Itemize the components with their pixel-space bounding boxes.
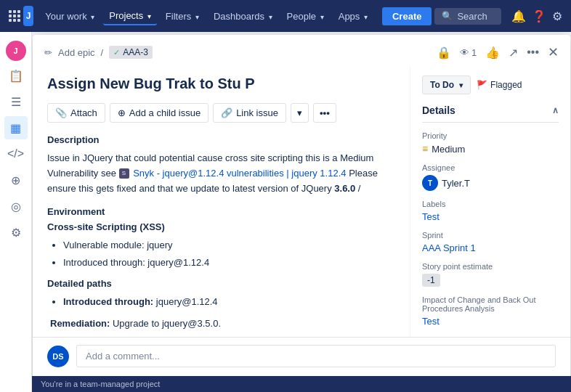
comment-section: DS Add a comment... Pro tip: press M to … — [33, 337, 570, 376]
sidebar-icon-target[interactable]: ◎ — [4, 195, 28, 218]
sidebar-icon-list[interactable]: ☰ — [4, 90, 28, 113]
nav-projects[interactable]: Projects ▾ — [103, 7, 157, 25]
grid-icon[interactable] — [9, 7, 20, 25]
sprint-value[interactable]: AAA Sprint 1 — [422, 242, 559, 253]
svg-rect-3 — [9, 15, 12, 17]
assignee-avatar: T — [422, 175, 438, 191]
status-row: To Do ▾ 🚩 Flagged — [422, 75, 559, 94]
child-icon: ⊕ — [118, 107, 126, 118]
close-button[interactable]: ✕ — [548, 44, 559, 60]
priority-icon: ≡ — [422, 143, 428, 155]
sidebar-icon-add[interactable]: ⊕ — [4, 168, 28, 192]
share-icon[interactable]: ↗ — [509, 46, 518, 60]
detailed-paths-label: Detailed paths — [47, 278, 395, 289]
commenter-avatar: DS — [47, 346, 69, 367]
dropdown-arrow-button[interactable]: ▾ — [291, 103, 309, 123]
status-caret: ▾ — [459, 81, 463, 89]
more-options-icon[interactable]: ••• — [527, 46, 539, 59]
svg-rect-0 — [9, 10, 12, 13]
chevron-down-icon: ▾ — [269, 13, 272, 21]
list-item: Vulnerable module: jquery — [63, 238, 395, 253]
thumbsup-icon[interactable]: 👍 — [485, 46, 500, 60]
modal-header-actions: 🔒 👁 1 👍 ↗ ••• ✕ — [437, 44, 559, 60]
action-bar: 📎 Attach ⊕ Add a child issue 🔗 Link issu… — [47, 103, 395, 123]
list-item: Introduced through: jquery@1.12.4 — [63, 256, 395, 270]
priority-value[interactable]: ≡ Medium — [422, 143, 559, 155]
search-icon: 🔍 — [442, 11, 453, 21]
nav-actions: 🔔 ❓ ⚙ — [511, 9, 562, 23]
labels-value[interactable]: Test — [422, 211, 559, 222]
svg-rect-7 — [13, 19, 16, 22]
eye-icon: 👁 — [460, 47, 469, 58]
sidebar-icon-code[interactable]: </> — [4, 142, 28, 166]
flagged-badge: 🚩 Flagged — [477, 80, 522, 90]
details-collapse-icon[interactable]: ∧ — [552, 105, 559, 115]
modal-body: Assign New Bug Trak to Stu P 📎 Attach ⊕ … — [33, 67, 570, 337]
impact-field: Impact of Change and Back Out Procedures… — [422, 295, 559, 327]
sidebar-icon-settings[interactable]: ⚙ — [4, 221, 28, 244]
settings-icon[interactable]: ⚙ — [552, 9, 562, 23]
nav-your-work[interactable]: Your work ▾ — [39, 8, 100, 25]
nav-dashboards[interactable]: Dashboards ▾ — [208, 8, 278, 25]
top-navigation: J Your work ▾ Projects ▾ Filters ▾ Dashb… — [0, 0, 571, 32]
breadcrumb-separator: / — [101, 47, 104, 58]
modal-right-panel: To Do ▾ 🚩 Flagged Details ∧ — [410, 67, 570, 337]
issue-modal: ✏ Add epic / ✓ AAA-3 🔒 👁 1 — [33, 35, 570, 376]
help-icon[interactable]: ❓ — [532, 9, 546, 23]
modal-left-panel: Assign New Bug Trak to Stu P 📎 Attach ⊕ … — [33, 67, 410, 337]
app-logo[interactable]: J — [23, 6, 33, 26]
notification-icon[interactable]: 🔔 — [511, 9, 526, 23]
environment-label: Environment — [47, 206, 395, 217]
svg-rect-4 — [13, 15, 16, 17]
chevron-down-icon: ▾ — [320, 13, 324, 21]
sprint-field: Sprint AAA Sprint 1 — [422, 231, 559, 253]
detailed-paths-list: Introduced through: jquery@1.12.4 — [47, 295, 395, 309]
remediation-item: Remediation: Upgrade to jquery@3.5.0. — [47, 317, 395, 331]
watch-button[interactable]: 👁 1 — [460, 47, 477, 58]
link-issue-button[interactable]: 🔗 Link issue — [213, 103, 286, 123]
sidebar-icon-grid[interactable]: ▦ — [4, 116, 28, 139]
pencil-icon[interactable]: ✏ — [44, 47, 52, 58]
search-input[interactable]: 🔍 Search — [434, 8, 501, 25]
issue-id-badge: ✓ AAA-3 — [109, 46, 153, 59]
chevron-down-icon: ▾ — [91, 13, 94, 21]
chevron-down-icon: ▾ — [195, 13, 199, 21]
description-text: Issue in JQuery that could potential cau… — [47, 151, 395, 196]
avatar[interactable]: J — [6, 41, 26, 61]
attach-button[interactable]: 📎 Attach — [47, 103, 105, 123]
details-header: Details ∧ — [422, 105, 559, 123]
issue-title: Assign New Bug Trak to Stu P — [47, 74, 395, 93]
lock-icon[interactable]: 🔒 — [437, 46, 451, 60]
chevron-down-icon: ▾ — [364, 13, 368, 21]
svg-rect-6 — [9, 19, 12, 22]
bottom-bar: You're in a team-managed project — [32, 376, 571, 392]
list-item: Introduced through: jquery@1.12.4 — [63, 295, 395, 309]
svg-rect-8 — [17, 19, 20, 22]
add-child-issue-button[interactable]: ⊕ Add a child issue — [110, 103, 208, 123]
content-area: ✏ Add epic / ✓ AAA-3 🔒 👁 1 — [32, 32, 571, 392]
description-link[interactable]: Snyk - jquery@1.12.4 vulnerabilities | j… — [133, 168, 346, 179]
environment-value: Cross-site Scripting (XSS) — [47, 221, 395, 232]
description-section-label: Description — [47, 134, 395, 145]
nav-apps[interactable]: Apps ▾ — [333, 8, 373, 25]
story-point-value[interactable]: -1 — [422, 274, 559, 287]
attach-icon: 📎 — [55, 107, 67, 118]
impact-value[interactable]: Test — [422, 316, 559, 327]
modal-overlay: ✏ Add epic / ✓ AAA-3 🔒 👁 1 — [32, 32, 571, 376]
main-layout: J 📋 ☰ ▦ </> ⊕ ◎ ⚙ ✏ Add epic / ✓ AAA-3 — [0, 32, 571, 392]
assignee-value[interactable]: T Tyler.T — [422, 175, 559, 191]
sidebar-icon-board[interactable]: 📋 — [4, 64, 28, 87]
svg-rect-2 — [17, 10, 20, 13]
status-button[interactable]: To Do ▾ — [422, 75, 471, 94]
labels-field: Labels Test — [422, 200, 559, 222]
modal-header: ✏ Add epic / ✓ AAA-3 🔒 👁 1 — [33, 35, 570, 67]
comment-input[interactable]: Add a comment... — [76, 345, 556, 367]
create-button[interactable]: Create — [382, 7, 432, 25]
more-actions-button[interactable]: ••• — [313, 103, 336, 123]
nav-people[interactable]: People ▾ — [281, 8, 330, 25]
breadcrumb-add-epic[interactable]: Add epic — [58, 47, 95, 58]
bullet-list: Vulnerable module: jquery Introduced thr… — [47, 238, 395, 269]
assignee-field: Assignee T Tyler.T — [422, 163, 559, 191]
modal-breadcrumb-area: ✏ Add epic / ✓ AAA-3 — [44, 46, 153, 59]
nav-filters[interactable]: Filters ▾ — [160, 8, 205, 25]
